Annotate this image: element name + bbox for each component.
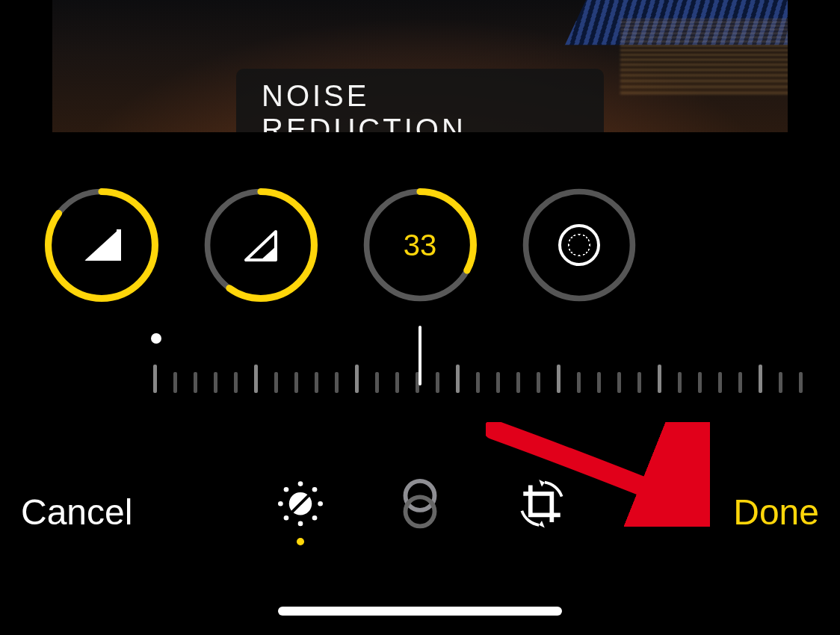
filters-icon: [396, 478, 444, 529]
svg-point-11: [312, 487, 318, 492]
adjustment-rings-row: 33: [0, 185, 840, 305]
slider-tick: [718, 372, 722, 393]
slider-tick: [436, 372, 439, 393]
slider-tick: [395, 372, 399, 393]
mode-active-dot: [297, 538, 304, 545]
slider-tick: [234, 372, 238, 393]
slider-tick: [759, 365, 762, 393]
slider-tick: [738, 372, 742, 393]
slider-tick: [496, 372, 500, 393]
slider-tick: [779, 372, 782, 393]
slider-tick: [153, 365, 157, 393]
slider-tick: [698, 372, 702, 393]
svg-point-15: [284, 515, 289, 521]
slider-tick: [516, 372, 520, 393]
slider-origin-dot: [151, 333, 161, 344]
done-button[interactable]: Done: [733, 492, 819, 533]
slider-tick: [617, 372, 621, 393]
crop-rotate-icon: [515, 478, 569, 529]
slider-tick: [254, 365, 258, 393]
slider-ticks: [153, 359, 811, 393]
adjustment-noise-reduction[interactable]: 33: [363, 188, 477, 302]
adjustment-sharpness[interactable]: [45, 188, 158, 302]
svg-point-10: [298, 481, 303, 486]
slider-tick: [214, 372, 217, 393]
bottom-toolbar: Cancel: [0, 471, 840, 553]
slider-tick: [557, 365, 560, 393]
slider-tick: [597, 372, 601, 393]
slider-tick: [577, 372, 581, 393]
mode-filters-button[interactable]: [390, 478, 450, 545]
ring-progress: [522, 188, 636, 302]
slider-tick: [476, 372, 480, 393]
photo-preview[interactable]: NOISE REDUCTION: [52, 0, 788, 132]
adjustment-vignette[interactable]: [522, 188, 636, 302]
value-slider[interactable]: [0, 326, 840, 393]
slider-tick: [315, 372, 318, 393]
svg-point-17: [284, 487, 289, 492]
home-indicator[interactable]: [278, 607, 562, 616]
cancel-button[interactable]: Cancel: [21, 492, 132, 533]
sharpness-icon: [84, 229, 119, 261]
slider-tick: [274, 372, 278, 393]
slider-tick: [456, 365, 460, 393]
adjustment-overlay-label: NOISE REDUCTION: [236, 69, 604, 132]
slider-tick: [355, 365, 359, 393]
slider-tick: [335, 372, 339, 393]
ring-progress: [363, 188, 477, 302]
slider-tick: [678, 372, 682, 393]
svg-point-16: [278, 501, 283, 507]
mode-adjust-button[interactable]: [271, 478, 330, 545]
definition-icon: [243, 229, 279, 261]
slider-tick: [194, 372, 197, 393]
slider-tick: [173, 372, 177, 393]
svg-point-14: [298, 521, 303, 527]
slider-tick: [294, 372, 298, 393]
adjust-icon: [274, 478, 327, 529]
slider-tick: [537, 372, 540, 393]
slider-tick: [658, 365, 661, 393]
adjustment-definition[interactable]: [204, 188, 318, 302]
slider-tick: [637, 372, 641, 393]
slider-center-indicator: [419, 326, 421, 385]
mode-crop-button[interactable]: [512, 478, 572, 545]
slider-tick: [375, 372, 379, 393]
slider-tick: [799, 372, 803, 393]
svg-point-12: [318, 501, 323, 507]
svg-point-13: [312, 515, 318, 521]
svg-point-6: [526, 192, 633, 299]
